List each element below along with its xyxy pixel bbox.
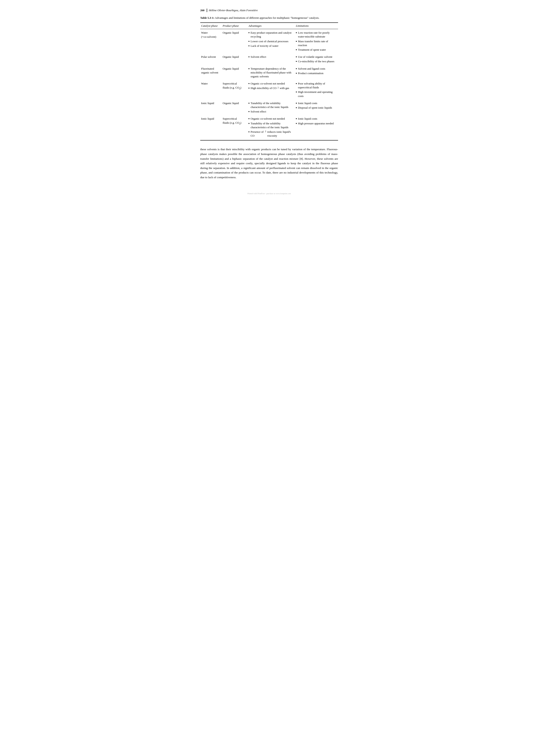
page-header: 260 Hélène Olivier-Bourbigou, Alain Fore… xyxy=(200,9,338,12)
table-row: Water(+co-solvent)Organic liquidEasy pro… xyxy=(200,29,338,53)
table-row: WaterSupercriticalfluids (e.g. CO2)Organ… xyxy=(200,80,338,99)
limitation-item: Solvent and ligand costs xyxy=(296,67,336,71)
cell-catalyst-5: Ionic liquid xyxy=(200,115,222,140)
cell-advantages-0: Easy product separation and catalyst rec… xyxy=(248,29,295,53)
table-row: Ionic liquidSupercriticalfluids (e.g. CO… xyxy=(200,115,338,140)
cell-limitations-1: Use of volatile organic solventCo-miscib… xyxy=(295,53,338,65)
cell-limitations-5: Ionic liquid costsHigh pressure apparatu… xyxy=(295,115,338,140)
main-table: Catalyst phase Product phase Advantages … xyxy=(200,22,338,141)
cell-advantages-4: Tunability of the solubility characteris… xyxy=(248,99,295,115)
cell-catalyst-0: Water(+co-solvent) xyxy=(200,29,222,53)
cell-product-0: Organic liquid xyxy=(222,29,248,53)
limitation-item: High pressure apparatus needed xyxy=(296,122,336,125)
limitation-item: Mass transfer limits rate of reaction xyxy=(296,40,336,47)
limitation-item: Ionic liquid costs xyxy=(296,101,336,105)
advantage-item: Easy product separation and catalyst rec… xyxy=(248,31,293,39)
col-header-product: Product phase xyxy=(222,23,248,29)
advantage-item: High miscibility of CO2 with gas xyxy=(248,86,293,90)
table-row: Fluorinatedorganic solventOrganic liquid… xyxy=(200,65,338,80)
cell-limitations-2: Solvent and ligand costsProduct contamin… xyxy=(295,65,338,80)
cell-limitations-4: Ionic liquid costsDisposal of spent ioni… xyxy=(295,99,338,115)
table-row: Ionic liquidOrganic liquidTunability of … xyxy=(200,99,338,115)
col-header-limitations: Limitations xyxy=(295,23,338,29)
page-number: 260 xyxy=(200,9,205,12)
cell-advantages-1: Solvent effect xyxy=(248,53,295,65)
footer: Printed with PrintFoot - purchase at www… xyxy=(200,192,338,195)
limitation-item: Treatment of spent water xyxy=(296,48,336,52)
limitation-item: High investment and operating costs xyxy=(296,90,336,98)
advantage-item: Solvent effect xyxy=(248,110,293,114)
table-header-row: Catalyst phase Product phase Advantages … xyxy=(200,23,338,29)
cell-product-1: Organic liquid xyxy=(222,53,248,65)
cell-product-5: Supercriticalfluids (e.g. CO2) xyxy=(222,115,248,140)
cell-product-4: Organic liquid xyxy=(222,99,248,115)
limitation-item: Disposal of spent ionic liquids xyxy=(296,106,336,110)
author-name: Hélène Olivier-Bourbigou, Alain Forestiè… xyxy=(209,9,258,12)
limitation-item: Product contamination xyxy=(296,71,336,75)
limitation-item: Use of volatile organic solvent xyxy=(296,55,336,59)
advantage-item: Tunability of the solubility characteris… xyxy=(248,122,293,129)
cell-advantages-5: Organic co-solvent not neededTunability … xyxy=(248,115,295,140)
advantage-item: Tunability of the solubility characteris… xyxy=(248,101,293,109)
cell-advantages-3: Organic co-solvent not neededHigh miscib… xyxy=(248,80,295,99)
advantage-item: Lower cost of chemical processes xyxy=(248,40,293,43)
limitation-item: Ionic liquid costs xyxy=(296,117,336,121)
col-header-advantages: Advantages xyxy=(248,23,295,29)
advantage-item: Temperature dependency of the miscibilit… xyxy=(248,67,293,79)
body-paragraph: these solvents is that their miscibility… xyxy=(200,147,338,179)
cell-catalyst-2: Fluorinatedorganic solvent xyxy=(200,65,222,80)
advantage-item: Organic co-solvent not needed xyxy=(248,82,293,86)
cell-advantages-2: Temperature dependency of the miscibilit… xyxy=(248,65,295,80)
limitation-item: Poor solvating ability of supercritical … xyxy=(296,82,336,90)
cell-product-3: Supercriticalfluids (e.g. CO2) xyxy=(222,80,248,99)
cell-catalyst-1: Polar solvent xyxy=(200,53,222,65)
col-header-catalyst: Catalyst phase xyxy=(200,23,222,29)
limitation-item: Low reaction rate for poorly water-misci… xyxy=(296,31,336,39)
cell-limitations-0: Low reaction rate for poorly water-misci… xyxy=(295,29,338,53)
table-caption-text: Advantages and limitations of different … xyxy=(215,16,319,19)
advantage-item: Organic co-solvent not needed xyxy=(248,117,293,121)
advantage-item: Solvent effect xyxy=(248,55,293,59)
cell-limitations-3: Poor solvating ability of supercritical … xyxy=(295,80,338,99)
cell-catalyst-3: Water xyxy=(200,80,222,99)
cell-product-2: Organic liquid xyxy=(222,65,248,80)
cell-catalyst-4: Ionic liquid xyxy=(200,99,222,115)
table-label: Table 5.3-1: xyxy=(200,16,214,19)
advantage-item: Presence of CO2 reduces ionic liquid's v… xyxy=(248,130,293,138)
limitation-item: Co-miscibility of the two phases xyxy=(296,60,336,63)
table-caption: Table 5.3-1: Advantages and limitations … xyxy=(200,16,338,20)
advantage-item: Lack of toxicity of water xyxy=(248,44,293,48)
table-row: Polar solventOrganic liquidSolvent effec… xyxy=(200,53,338,65)
